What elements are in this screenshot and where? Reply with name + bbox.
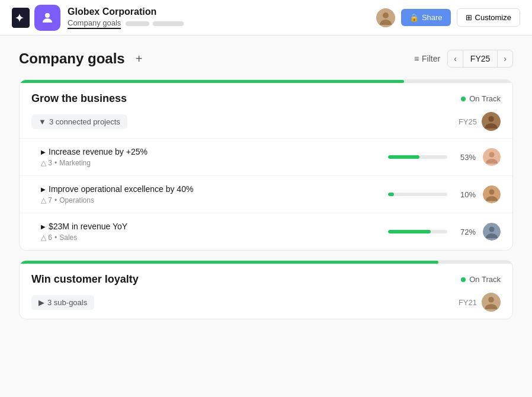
filter-icon: ≡ [414, 54, 419, 63]
sub-goal-title: ▶ Increase revenue by +25% [41, 147, 148, 156]
sub-goal-name: Improve operational excellence by 40% [49, 184, 193, 194]
sub-goal-right: 53% [388, 148, 501, 166]
customize-button[interactable]: ⊞ Customize [457, 8, 520, 27]
sub-goal-meta: △ 3 • Marketing [41, 159, 148, 167]
sub-goal-left: ▶ Improve operational excellence by 40% … [41, 184, 193, 204]
connected-projects-button-2[interactable]: ▶ 3 sub-goals [31, 295, 94, 310]
breadcrumb-link[interactable]: Company goals [68, 18, 121, 29]
add-goal-button[interactable]: + [131, 50, 148, 67]
goal-fy-label-2: FY21 [459, 298, 477, 307]
goal-header: Grow the business On Track [20, 83, 512, 112]
lock-icon: 🔒 [409, 13, 419, 22]
alert-count: △ 6 [41, 233, 52, 242]
dept-label: Operations [59, 196, 94, 204]
chevron-down-icon: ▼ [39, 117, 46, 126]
status-dot-2 [461, 277, 466, 282]
page-header-right: ≡ Filter ‹ FY25 › [414, 50, 513, 68]
customize-icon: ⊞ [466, 13, 472, 22]
sub-goal-name: Increase revenue by +25% [49, 147, 148, 156]
svg-text:✦: ✦ [15, 12, 24, 24]
goal-title: Grow the business [31, 92, 127, 105]
alert-count: △ 3 [41, 159, 52, 167]
company-name: Globex Corporation [68, 7, 184, 17]
status-badge: On Track [461, 94, 501, 103]
sub-goal-right: 10% [388, 185, 501, 203]
status-dot [461, 97, 466, 101]
connected-right-2: FY21 [459, 293, 501, 312]
filter-label: Filter [422, 54, 440, 63]
goal-card-win-loyalty: Win customer loyalty On Track ▶ 3 sub-go… [19, 260, 513, 319]
dot-separator: • [55, 159, 57, 167]
page-title: Company goals [19, 50, 125, 67]
progress-bar [388, 230, 447, 233]
status-label-2: On Track [469, 275, 501, 284]
main-content: Company goals + ≡ Filter ‹ FY25 › Grow t… [0, 36, 532, 397]
top-navigation: ✦ Globex Corporation Company goals [0, 0, 532, 36]
alert-number: 3 [48, 159, 52, 167]
progress-pct: 53% [454, 153, 476, 162]
sub-goal-avatar [483, 223, 501, 241]
expand-icon: ▶ [41, 223, 46, 230]
goal-progress-fill-2 [20, 261, 438, 264]
filter-button[interactable]: ≡ Filter [414, 54, 440, 63]
connected-label-2: 3 sub-goals [47, 298, 87, 307]
goal-progress-fill [20, 80, 404, 83]
breadcrumb-pills [126, 21, 184, 26]
sub-goal-row-sales: ▶ $23M in revenue YoY △ 6 • Sales 72% [20, 213, 512, 250]
status-badge-2: On Track [461, 275, 501, 284]
progress-pct: 72% [454, 228, 476, 236]
goal-owner-avatar-2 [482, 293, 501, 312]
dept-label: Marketing [59, 159, 91, 167]
sub-goal-row-operations: ▶ Improve operational excellence by 40% … [20, 175, 512, 213]
sub-goal-right: 72% [388, 223, 501, 241]
triangle-icon: △ [41, 159, 46, 167]
connected-projects-button[interactable]: ▼ 3 connected projects [31, 114, 127, 129]
progress-bar [388, 155, 447, 159]
nav-left: ✦ Globex Corporation Company goals [12, 5, 184, 31]
brand-icon: ✦ [12, 8, 30, 28]
triangle-icon: △ [41, 196, 46, 204]
goal-top-progress [20, 80, 512, 83]
goal-fy-label: FY25 [459, 117, 477, 126]
svg-point-13 [488, 297, 494, 303]
svg-point-1 [45, 13, 50, 18]
dept-label: Sales [59, 233, 77, 242]
progress-bar [388, 193, 447, 196]
expand-icon: ▶ [41, 186, 46, 193]
goal-top-progress-2 [20, 261, 512, 264]
page-header: Company goals + ≡ Filter ‹ FY25 › [19, 50, 513, 68]
sub-goal-avatar [483, 185, 501, 203]
connected-projects-row-2: ▶ 3 sub-goals FY21 [20, 293, 512, 319]
goal-title-2: Win customer loyalty [31, 273, 139, 286]
triangle-icon: △ [41, 233, 46, 242]
share-button[interactable]: 🔒 Share [401, 9, 451, 26]
svg-point-5 [488, 116, 494, 122]
breadcrumb: Company goals [68, 18, 184, 29]
chevron-right-icon: ▶ [39, 298, 44, 307]
share-label: Share [422, 13, 443, 22]
goal-owner-avatar [482, 112, 501, 131]
sub-goal-name: $23M in revenue YoY [49, 222, 127, 231]
dot-separator: • [55, 196, 57, 204]
progress-fill [388, 155, 419, 159]
goal-card-grow-business: Grow the business On Track ▼ 3 connected… [19, 79, 513, 251]
expand-icon: ▶ [41, 149, 46, 155]
progress-fill [388, 230, 431, 233]
svg-point-11 [489, 227, 495, 232]
goal-header-2: Win customer loyalty On Track [20, 264, 512, 293]
prev-year-button[interactable]: ‹ [448, 50, 463, 67]
svg-point-9 [489, 190, 495, 195]
user-avatar [376, 8, 395, 27]
pill-2 [153, 21, 184, 26]
dot-separator: • [55, 233, 57, 242]
next-year-button[interactable]: › [498, 50, 512, 67]
pill-1 [126, 21, 149, 26]
nav-right: 🔒 Share ⊞ Customize [376, 8, 520, 27]
svg-point-7 [489, 152, 495, 158]
sub-goal-left: ▶ $23M in revenue YoY △ 6 • Sales [41, 222, 127, 242]
alert-number: 7 [48, 196, 52, 204]
year-label: FY25 [463, 50, 498, 67]
svg-point-3 [383, 12, 389, 18]
alert-count: △ 7 [41, 196, 52, 204]
year-navigation: ‹ FY25 › [447, 50, 513, 68]
